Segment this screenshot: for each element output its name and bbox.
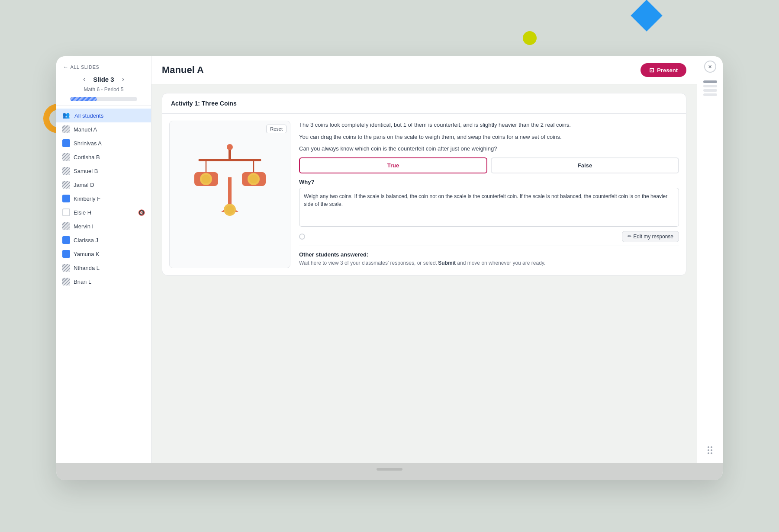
all-slides-link[interactable]: ← ALL SLIDES (63, 64, 144, 70)
other-students-desc-1: Wait here to view 3 of your classmates' … (299, 260, 437, 266)
student-item[interactable]: Jamal D (56, 178, 151, 192)
submit-label: Submit (438, 260, 456, 266)
student-name: Cortisha B (74, 154, 100, 160)
laptop-screen: ← ALL SLIDES ‹ Slide 3 › Math 6 - Period… (56, 56, 723, 463)
student-item[interactable]: Cortisha B (56, 150, 151, 164)
dot (708, 446, 709, 448)
student-avatar (62, 139, 70, 147)
student-name: Jamal D (74, 182, 94, 188)
response-textarea[interactable]: Weigh any two coins. If the scale is bal… (299, 188, 679, 227)
mute-icon: 🔇 (138, 209, 145, 216)
student-name: Kimberly F (74, 195, 100, 202)
activity-content: Reset (162, 114, 686, 275)
dot (708, 449, 709, 451)
student-list: 👥 All students Manuel A Shrinivas A (56, 106, 151, 463)
all-students-label: All students (74, 112, 103, 119)
edit-icon: ✏ (628, 234, 631, 239)
why-label: Why? (299, 179, 679, 185)
student-item-elsie[interactable]: Elsie H 🔇 (56, 205, 151, 219)
student-avatar (62, 264, 70, 272)
sidebar: ← ALL SLIDES ‹ Slide 3 › Math 6 - Period… (56, 56, 151, 463)
student-name: Nthanda L (74, 265, 100, 271)
student-avatar (62, 181, 70, 189)
radio-dot (299, 234, 305, 240)
true-button[interactable]: True (299, 157, 487, 173)
student-item[interactable]: Samuel B (56, 164, 151, 178)
app-container: ← ALL SLIDES ‹ Slide 3 › Math 6 - Period… (56, 56, 723, 463)
student-item[interactable]: Mervin I (56, 219, 151, 233)
student-avatar (62, 195, 70, 202)
dot-row (708, 446, 712, 448)
student-item[interactable]: Nthanda L (56, 261, 151, 275)
prev-slide-button[interactable]: ‹ (80, 74, 88, 84)
next-slide-button[interactable]: › (119, 74, 127, 84)
other-students-title: Other students answered: (299, 251, 679, 258)
description-2: You can drag the coins to the pans on th… (299, 133, 679, 141)
student-avatar (62, 222, 70, 230)
blue-diamond-decoration (631, 0, 663, 32)
slide-title: Slide 3 (93, 76, 114, 83)
student-avatar (62, 208, 70, 216)
student-name: Samuel B (74, 168, 98, 174)
false-button[interactable]: False (491, 157, 679, 173)
student-item[interactable]: Yamuna K (56, 247, 151, 261)
present-button-label: Present (657, 67, 678, 74)
sidebar-dots (708, 446, 712, 454)
all-slides-label: ALL SLIDES (71, 64, 100, 70)
laptop-frame: ← ALL SLIDES ‹ Slide 3 › Math 6 - Period… (56, 56, 723, 480)
svg-point-14 (249, 175, 258, 183)
question-text: The 3 coins look completely identical, b… (299, 121, 679, 153)
dot-row (708, 452, 712, 454)
svg-point-4 (227, 144, 233, 150)
class-name: Math 6 - Period 5 (63, 87, 144, 93)
description-1: The 3 coins look completely identical, b… (299, 121, 679, 129)
present-button[interactable]: ⊡ Present (641, 63, 686, 77)
scale-container: Reset (169, 121, 290, 268)
student-item[interactable]: Shrinivas A (56, 136, 151, 150)
student-avatar (62, 250, 70, 258)
all-students-icon: 👥 (62, 112, 71, 119)
edit-response-button[interactable]: ✏ Edit my response (622, 231, 679, 242)
student-avatar (62, 278, 70, 285)
all-students-item[interactable]: 👥 All students (56, 109, 151, 122)
dot-row (708, 449, 712, 451)
sidebar-header: ← ALL SLIDES ‹ Slide 3 › Math 6 - Period… (56, 56, 151, 106)
dot (711, 446, 712, 448)
close-button[interactable]: × (704, 61, 716, 73)
sidebar-lines (702, 79, 719, 98)
back-arrow-icon: ← (63, 64, 69, 70)
edit-response-label: Edit my response (633, 234, 673, 240)
svg-rect-1 (228, 177, 232, 205)
student-name: Manuel A (74, 126, 97, 133)
student-name: Shrinivas A (74, 140, 102, 147)
sidebar-line (703, 85, 717, 87)
student-item[interactable]: Brian L (56, 275, 151, 288)
slide-navigation: ‹ Slide 3 › (63, 74, 144, 84)
true-false-row: True False (299, 157, 679, 173)
sidebar-line (703, 93, 717, 96)
question-panel: The 3 coins look completely identical, b… (299, 121, 679, 268)
student-avatar (62, 236, 70, 244)
student-item[interactable]: Manuel A (56, 122, 151, 136)
activity-header: Activity 1: Three Coins (162, 93, 686, 114)
main-header: Manuel A ⊡ Present (151, 56, 697, 84)
student-name: Mervin I (74, 223, 93, 230)
student-item[interactable]: Kimberly F (56, 192, 151, 205)
svg-point-11 (202, 175, 210, 183)
svg-point-16 (225, 205, 234, 214)
student-item[interactable]: Clarissa J (56, 233, 151, 247)
student-name: Elsie H (74, 209, 91, 216)
other-students-section: Other students answered: Wait here to vi… (299, 246, 679, 269)
laptop-base (56, 463, 723, 480)
close-icon: × (708, 63, 711, 70)
other-students-desc-2: and move on whenever you are ready. (457, 260, 545, 266)
scale-illustration (182, 125, 277, 221)
student-avatar (62, 125, 70, 133)
progress-bar-fill (70, 97, 97, 101)
other-students-desc: Wait here to view 3 of your classmates' … (299, 260, 679, 267)
reset-button[interactable]: Reset (266, 125, 286, 133)
dot (708, 452, 709, 454)
student-name: Clarissa J (74, 237, 98, 244)
student-avatar (62, 167, 70, 175)
yellow-circle-decoration (523, 31, 537, 45)
